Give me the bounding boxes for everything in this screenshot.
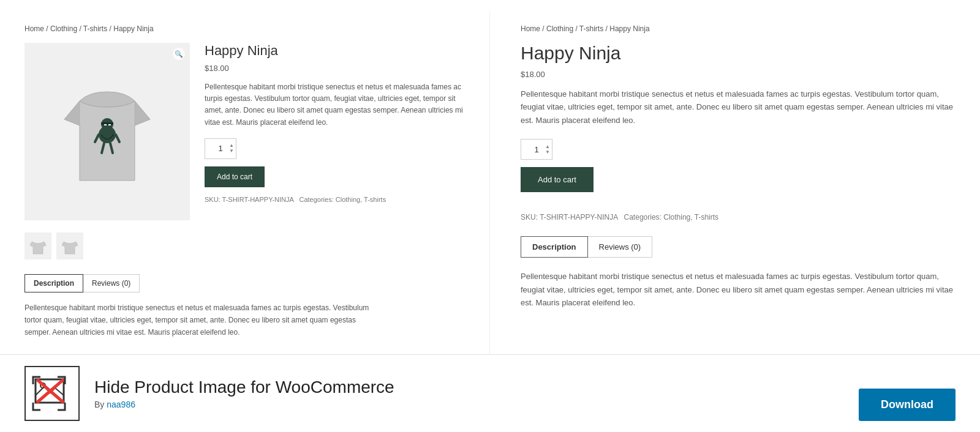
breadcrumb-current-right: Happy Ninja [609,24,649,33]
left-thumb-2[interactable] [56,233,83,259]
svg-rect-4 [108,124,111,125]
left-quantity-wrap: 1 ▲ ▼ [205,138,465,159]
left-product-description: Pellentesque habitant morbi tristique se… [205,81,465,128]
right-category-clothing[interactable]: Clothing [663,213,690,222]
breadcrumb-home-right[interactable]: Home [521,24,540,33]
qty-down-left[interactable]: ▼ [229,149,234,154]
main-content: Home / Clothing / T-shirts / Happy Ninja… [0,0,980,354]
right-product-price: $18.00 [521,70,956,79]
breadcrumb-clothing-right[interactable]: Clothing [546,24,573,33]
download-button[interactable]: Download [859,389,956,421]
left-tab-description[interactable]: Description [24,274,83,292]
left-product-meta: SKU: T-SHIRT-HAPPY-NINJA Categories: Clo… [205,196,465,203]
left-breadcrumb: Home / Clothing / T-shirts / Happy Ninja [24,24,465,33]
right-product-title: Happy Ninja [521,43,956,64]
breadcrumb-clothing-left[interactable]: Clothing [50,24,77,33]
left-category-tshirts[interactable]: T-shirts [364,196,386,203]
left-product-price: $18.00 [205,64,465,73]
breadcrumb-tshirts-right[interactable]: T-shirts [579,24,603,33]
left-product-layout: 🔍 [24,43,465,220]
qty-up-right[interactable]: ▲ [545,144,550,149]
right-tabs: Description Reviews (0) [521,236,956,258]
left-tabs: Description Reviews (0) [24,274,465,292]
left-thumbnails [24,233,465,259]
left-quantity-input[interactable]: 1 ▲ ▼ [205,138,236,159]
left-add-to-cart-button[interactable]: Add to cart [205,166,265,187]
left-product-title: Happy Ninja [205,43,465,59]
right-panel: Home / Clothing / T-shirts / Happy Ninja… [490,12,980,354]
right-product-description: Pellentesque habitant morbi tristique se… [521,88,956,127]
right-quantity-input[interactable]: 1 ▲ ▼ [521,139,552,160]
zoom-icon[interactable]: 🔍 [173,48,185,60]
left-product-image: 🔍 [24,43,190,220]
right-tab-description[interactable]: Description [521,236,588,258]
right-tab-reviews[interactable]: Reviews (0) [588,236,653,258]
svg-rect-3 [104,124,107,125]
right-quantity-wrap: 1 ▲ ▼ [521,139,956,160]
plugin-author-link[interactable]: naa986 [107,400,135,409]
left-product-info: Happy Ninja $18.00 Pellentesque habitant… [205,43,465,220]
right-tab-content: Pellentesque habitant morbi tristique se… [521,270,956,309]
plugin-author: By naa986 [94,400,956,409]
page-wrapper: Home / Clothing / T-shirts / Happy Ninja… [0,0,980,432]
right-breadcrumb: Home / Clothing / T-shirts / Happy Ninja [521,24,956,33]
footer-bar: Hide Product Image for WooCommerce By na… [0,354,980,432]
right-category-tshirts[interactable]: T-shirts [695,213,718,222]
qty-up-left[interactable]: ▲ [229,143,234,148]
breadcrumb-current-left: Happy Ninja [113,24,153,33]
breadcrumb-home-left[interactable]: Home [24,24,44,33]
left-panel: Home / Clothing / T-shirts / Happy Ninja… [0,12,490,354]
left-category-clothing[interactable]: Clothing [336,196,360,203]
breadcrumb-tshirts-left[interactable]: T-shirts [83,24,107,33]
qty-down-right[interactable]: ▼ [545,150,550,155]
plugin-info: Hide Product Image for WooCommerce By na… [94,378,956,409]
plugin-title: Hide Product Image for WooCommerce [94,378,956,397]
left-thumb-1[interactable] [24,233,51,259]
tshirt-svg-left [58,70,156,193]
left-tab-content: Pellentesque habitant morbi tristique se… [24,302,380,338]
plugin-icon [24,366,80,421]
right-add-to-cart-button[interactable]: Add to cart [521,167,594,192]
right-product-meta: SKU: T-SHIRT-HAPPY-NINJA Categories: Clo… [521,213,956,222]
svg-rect-2 [101,122,113,125]
left-tab-reviews[interactable]: Reviews (0) [83,274,140,292]
